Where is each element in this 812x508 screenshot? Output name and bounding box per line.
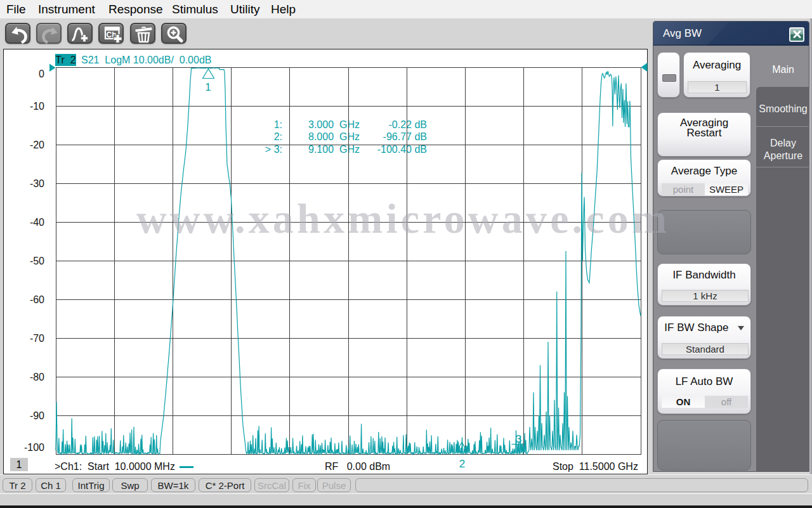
svg-text:2: 2 — [459, 458, 465, 470]
svg-text:1: 1 — [205, 81, 211, 93]
svg-text:3: 3 — [516, 433, 521, 445]
